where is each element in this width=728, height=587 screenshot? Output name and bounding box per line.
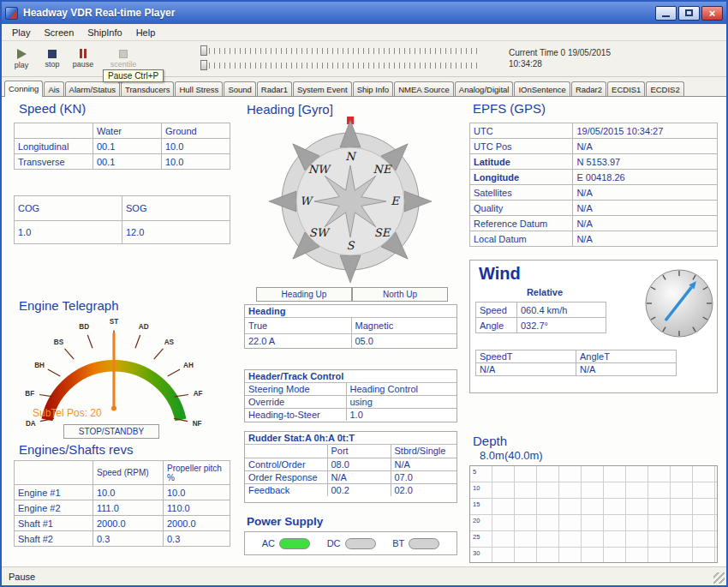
tab-alarm-status[interactable]: Alarm/Status [65,81,120,96]
wind-subtitle: Relative [489,287,600,297]
epfs-value: E 00418.26 [573,170,718,185]
maximize-button[interactable] [678,6,700,21]
table-row: Shaft #1 2000.0 2000.0 [15,516,230,531]
timeline-ruler-bottom[interactable] [204,63,481,69]
power-indicator-ac [279,538,310,549]
minimize-icon [662,15,670,17]
pause-button[interactable]: pause [69,44,98,74]
stop-standby-button[interactable]: STOP/STANDBY [63,424,159,439]
row-label: UTC Pos [470,139,573,154]
epfs-value: N 5153.97 [573,154,718,170]
menu-help[interactable]: Help [129,26,163,39]
table-row: Heading-to-Steer 1.0 [245,409,456,422]
pause-label: pause [73,60,94,69]
row-label: Override [245,396,346,409]
tab-radar1[interactable]: Radar1 [257,81,292,96]
table-row: Reference DatumN/A [470,216,718,231]
compass-letter-s: S [347,239,355,252]
row-label: Angle [476,318,517,333]
table-row: 1.0 12.0 [15,221,230,244]
power-label: AC [262,538,275,548]
menu-play[interactable]: Play [5,26,37,39]
table-row: LongitudeE 00418.26 [470,170,718,185]
status-text: Pause [9,572,35,582]
tab-transducers[interactable]: Transducers [121,81,174,96]
cog-sog-table: COG SOG 1.0 12.0 [14,195,230,244]
disabled-tool-icon [119,50,128,58]
app-window: Headway VDR Real-time Player Play Screen… [0,0,728,587]
table-row: Angle 032.7° [476,318,606,333]
tab-ionsentence[interactable]: IOnSentence [514,81,570,96]
table-row: Order Response N/A 07.0 [245,470,456,483]
resize-grip[interactable] [713,572,725,584]
scale-label: DA [26,420,36,428]
depth-scale-label: 20 [473,517,480,524]
table-row: Shaft #2 0.3 0.3 [15,531,230,547]
play-label: play [15,61,29,69]
menu-shipinfo[interactable]: ShipInfo [81,26,128,39]
rudder-port-value: N/A [327,470,391,483]
minimize-button[interactable] [655,6,677,21]
wind-panel: Wind Relative Speed 060.4 km/h Angle 032… [469,260,718,393]
wind-speed-value: 060.4 km/h [517,302,606,318]
epfs-section-title: EPFS (GPS) [473,101,546,116]
scale-label: BF [25,390,34,398]
cog-value: 1.0 [15,221,122,244]
gyro-section-title: Heading [Gyro] [247,102,333,117]
rudder-stbd-value: N/A [391,458,456,470]
statusbar: Pause [2,566,726,585]
row-label: Shaft #1 [15,516,93,531]
tab-sound[interactable]: Sound [224,81,255,96]
speed-ground-value: 10.0 [162,154,230,170]
tab-ecdis2[interactable]: ECDIS2 [646,81,683,96]
row-label: Speed [476,302,517,318]
tab-hull-stress[interactable]: Hull Stress [175,81,223,96]
disabled-tool-label: scentile [110,60,137,69]
table-row: COG SOG [15,196,230,221]
stop-icon [48,50,57,58]
wind-angle-value: 032.7° [517,318,606,333]
power-item-dc: DC [327,538,376,549]
engines-section-title: Engines/Shafts revs [19,442,133,457]
stop-label: stop [45,60,59,69]
row-label: Reference Datum [470,216,573,231]
tab-ecdis1[interactable]: ECDIS1 [607,81,645,96]
timeline-ruler-top[interactable] [204,48,481,54]
tab-radar2[interactable]: Radar2 [571,81,606,96]
tab-conning[interactable]: Conning [4,81,43,97]
wind-table: Speed 060.4 km/h Angle 032.7° [475,302,606,333]
speed-water-value: 00.1 [93,154,162,170]
depth-scale-label: 30 [473,549,480,557]
tab-analog-digital[interactable]: Analog/Digital [455,81,514,96]
menubar: Play Screen ShipInfo Help [2,24,726,41]
table-row: LatitudeN 5153.97 [470,154,718,170]
conning-page: Speed (KN) Water Ground Longitudinal 00.… [2,96,726,566]
heading-up-button[interactable]: Heading Up [256,287,352,302]
tab-system-event[interactable]: System Event [293,81,352,96]
north-up-button[interactable]: North Up [352,287,448,302]
track-value: 1.0 [346,409,456,422]
table-row: Transverse 00.1 10.0 [15,154,230,170]
timeline-thumb-top[interactable] [200,45,207,56]
timeline-thumb-bottom[interactable] [200,60,207,70]
scale-label: AF [194,390,203,398]
menu-screen[interactable]: Screen [37,26,81,39]
table-row: Override using [245,396,456,409]
stop-button[interactable]: stop [38,44,67,74]
tab-ship-info[interactable]: Ship Info [353,81,394,96]
tab-nmea-source[interactable]: NMEA Source [394,81,454,96]
play-button[interactable]: play [7,44,36,74]
epfs-value: N/A [573,139,718,154]
cog-header: COG [15,196,122,221]
heading-true-value: 22.0 A [245,333,351,349]
compass-letter-se: SE [374,226,391,239]
tab-ais[interactable]: Ais [44,81,63,96]
power-panel: AC DC BT [244,531,457,555]
compass-letter-ne: NE [373,163,392,176]
depth-scale-label: 25 [473,533,480,541]
epfs-value: N/A [573,201,718,216]
engine-speed-value: 2000.0 [93,516,164,531]
rudder-panel: Rudder Stat:A 0h:A 0t:T Port Stbrd/Singl… [244,431,457,503]
scale-label: BH [34,362,45,369]
close-button[interactable] [701,6,723,21]
